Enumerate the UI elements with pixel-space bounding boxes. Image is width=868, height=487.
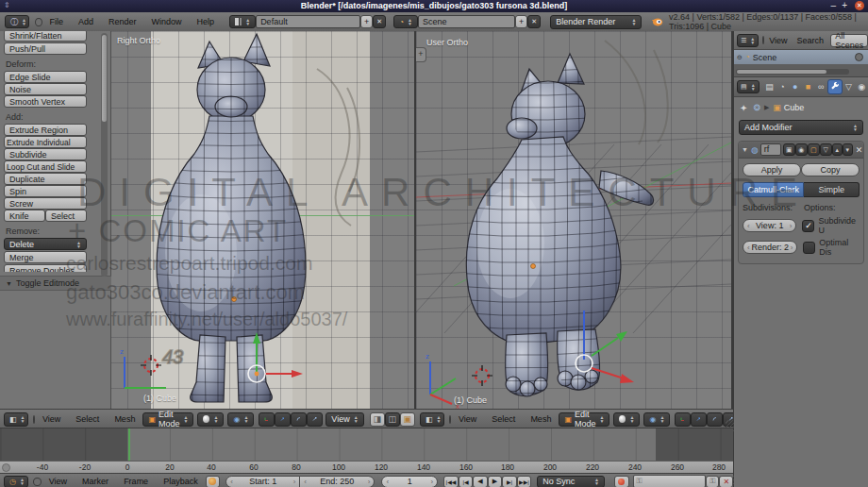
timeline-ruler[interactable]: -40 -20 0 20 40 60 80 100 120 140 160 18… [0, 461, 733, 474]
move-modifier-down-button[interactable]: ▼ [843, 143, 853, 156]
menu-view[interactable]: View [459, 414, 476, 424]
apply-modifier-button[interactable]: Apply [743, 163, 801, 176]
outliner-hscrollbar[interactable] [736, 69, 849, 75]
delete-scene-button[interactable]: ✕ [527, 15, 541, 28]
manipulator-axes-toggle[interactable] [259, 412, 275, 427]
scene-icon-button[interactable]: ◔▲▼ [393, 15, 418, 28]
pin-icon[interactable]: ✦ [740, 103, 747, 113]
render-engine-dropdown[interactable]: Blender Render▲▼ [550, 15, 642, 29]
scene-field[interactable]: Scene [418, 15, 515, 28]
timeline-canvas[interactable] [0, 428, 733, 461]
manipulator-translate-toggle[interactable] [691, 412, 707, 427]
add-modifier-dropdown[interactable]: Add Modifier▲▼ [739, 120, 863, 135]
tool-select[interactable]: Select [45, 210, 87, 222]
manipulator-scale-toggle[interactable] [307, 412, 323, 427]
outliner-item-scene[interactable]: ⊖ ◔ Scene [734, 50, 868, 64]
toggle-editmode-panel-header[interactable]: ▼ Toggle Editmode [0, 276, 111, 291]
editor-type-button[interactable]: ◧▲▼ [420, 412, 444, 427]
editmode-visibility-toggle[interactable]: ▢ [808, 143, 820, 156]
viewport-left[interactable]: 43 [0, 31, 416, 409]
screen-layout-field[interactable]: Default [256, 15, 360, 28]
header-collapse-toggle[interactable] [33, 478, 42, 486]
translate-manipulator[interactable] [576, 311, 634, 383]
optimal-display-checkbox[interactable]: Optimal Dis [803, 238, 860, 257]
translate-manipulator[interactable] [248, 332, 303, 382]
expand-icon[interactable]: ⊖ [737, 54, 743, 61]
menu-window[interactable]: Window [152, 17, 182, 26]
limit-select-face-toggle[interactable]: ▣ [400, 412, 415, 427]
modifier-panel-header[interactable]: ▼ ◍ rf ▣ ◉ ▢ ▽ ▲ ▼ ✕ [739, 142, 863, 159]
tool-smooth-vertex[interactable]: Smooth Vertex [4, 95, 87, 108]
add-scene-button[interactable]: + [515, 15, 527, 28]
header-collapse-toggle[interactable] [35, 18, 42, 26]
properties-region-toggle[interactable]: + [416, 47, 426, 62]
menu-render[interactable]: Render [108, 17, 137, 26]
pivot-dropdown[interactable]: ◉▲▼ [643, 412, 670, 427]
start-frame-field[interactable]: ‹Start: 1› [225, 476, 300, 487]
outliner-menu-search[interactable]: Search [797, 36, 825, 45]
tab-scene[interactable]: ◔ [776, 80, 789, 93]
outliner-filter-dropdown[interactable]: All Scenes [830, 34, 868, 47]
tab-object[interactable]: ■ [802, 80, 815, 93]
mesh-front-view[interactable]: 43 [111, 31, 415, 409]
subdivide-uvs-checkbox[interactable]: ✓ Subdivide U [802, 216, 860, 235]
tab-material[interactable]: ◉ [855, 80, 868, 93]
tool-loop-cut[interactable]: Loop Cut and Slide [4, 160, 87, 173]
tool-noise[interactable]: Noise [4, 83, 87, 95]
header-collapse-toggle[interactable] [33, 415, 35, 424]
tool-screw[interactable]: Screw [4, 197, 87, 210]
manipulator-translate-toggle[interactable] [275, 412, 291, 427]
subdiv-render-slider[interactable]: ‹Render: 2› [743, 241, 797, 254]
previous-keyframe-button[interactable]: |◀ [459, 476, 474, 487]
menu-playback[interactable]: Playback [163, 477, 198, 486]
tool-spin[interactable]: Spin [4, 185, 87, 197]
transform-orientation-dropdown[interactable]: View▲▼ [326, 412, 363, 427]
keying-set-field[interactable]: ⚿ [633, 475, 706, 487]
restrict-render-toggle[interactable] [855, 53, 863, 61]
screen-layout-icon-button[interactable]: ▲▼ [229, 15, 256, 28]
manipulator-axes-toggle[interactable] [675, 412, 691, 427]
tool-duplicate[interactable]: Duplicate [4, 173, 87, 185]
tool-shelf-scrollbar[interactable] [101, 33, 108, 277]
close-button[interactable]: ✕ [855, 1, 864, 10]
viewport-visibility-toggle[interactable]: ◉ [795, 143, 808, 156]
header-collapse-toggle[interactable] [449, 415, 451, 424]
subdiv-type-simple[interactable]: Simple [804, 182, 860, 197]
tool-edge-slide[interactable]: Edge Slide [4, 71, 87, 83]
delete-keyframe-button[interactable]: ✕ [719, 476, 733, 487]
cage-toggle[interactable]: ▽ [820, 143, 832, 156]
move-modifier-up-button[interactable]: ▲ [832, 143, 843, 156]
maximize-button[interactable]: + [842, 0, 847, 10]
tab-world[interactable]: ● [789, 80, 802, 93]
editor-type-button[interactable]: ▤▲▼ [737, 80, 760, 93]
menu-add[interactable]: Add [78, 17, 93, 26]
menu-select[interactable]: Select [492, 414, 515, 424]
mode-dropdown[interactable]: ▣ Edit Mode▲▼ [559, 412, 609, 427]
delete-layout-button[interactable]: ✕ [373, 15, 386, 28]
menu-mesh[interactable]: Mesh [114, 414, 135, 424]
render-visibility-toggle[interactable]: ▣ [783, 143, 795, 156]
menu-view[interactable]: View [42, 414, 60, 424]
panel-expand-arrow-icon[interactable]: ▼ [742, 146, 748, 153]
play-button[interactable]: ▶ [488, 476, 503, 487]
limit-select-edge-toggle[interactable]: ◫ [385, 412, 400, 427]
play-reverse-button[interactable]: ◀ [473, 476, 488, 487]
editor-type-button[interactable]: ☰▲▼ [737, 34, 759, 47]
mode-dropdown[interactable]: ▣ Edit Mode▲▼ [142, 412, 193, 427]
tool-shrink-flatten[interactable]: Shrink/Flatten [4, 31, 87, 42]
viewport-shading-dropdown[interactable]: ▲▼ [613, 412, 640, 427]
menu-marker[interactable]: Marker [82, 477, 108, 486]
tool-extrude-individual[interactable]: Extrude Individual [4, 136, 87, 148]
jump-to-start-button[interactable]: |◀◀ [443, 476, 459, 487]
auto-keyframe-toggle[interactable] [614, 476, 629, 487]
cursor-3d[interactable] [472, 365, 492, 386]
tool-subdivide[interactable]: Subdivide [4, 148, 87, 160]
current-frame-field[interactable]: ‹1› [381, 476, 438, 487]
editor-type-button[interactable]: ◷▲▼ [4, 476, 28, 487]
pivot-dropdown[interactable]: ◉▲▼ [227, 412, 254, 427]
tool-push-pull[interactable]: Push/Pull [4, 42, 87, 55]
copy-modifier-button[interactable]: Copy [801, 163, 860, 176]
cursor-3d[interactable] [141, 355, 161, 376]
next-keyframe-button[interactable]: ▶| [502, 476, 517, 487]
menu-help[interactable]: Help [197, 17, 215, 26]
